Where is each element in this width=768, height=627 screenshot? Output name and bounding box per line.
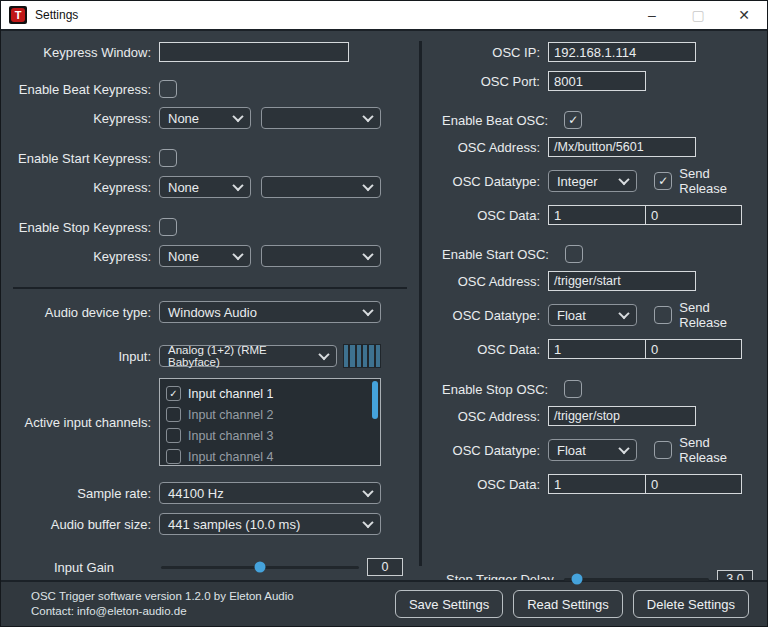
start-send-release-label: Send Release <box>679 300 753 330</box>
start-osc-data-row: OSC Data: 1 0 <box>428 339 753 359</box>
beat-keypress-select-row: Keypress: None <box>17 107 403 129</box>
enable-beat-osc-row: Enable Beat OSC: <box>428 111 753 129</box>
enable-start-osc-checkbox[interactable] <box>565 245 583 263</box>
enable-beat-keypress-checkbox[interactable] <box>159 80 177 98</box>
save-settings-button[interactable]: Save Settings <box>395 590 503 618</box>
enable-beat-keypress-row: Enable Beat Keypress: <box>17 80 403 98</box>
read-settings-button[interactable]: Read Settings <box>513 590 623 618</box>
stop-trigger-delay-slider-handle[interactable] <box>571 574 582 585</box>
keypress-window-label: Keypress Window: <box>17 45 151 60</box>
stop-send-release-checkbox[interactable] <box>654 441 672 459</box>
osc-address-label: OSC Address: <box>428 140 540 155</box>
stop-key-value: None <box>168 249 199 264</box>
input-device-select[interactable]: Analog (1+2) (RME Babyface) <box>159 345 337 367</box>
input-level-meter <box>343 344 381 368</box>
audio-device-label: Audio device type: <box>17 305 151 320</box>
enable-start-keypress-checkbox[interactable] <box>159 149 177 167</box>
start-osc-address-input[interactable]: /trigger/start <box>548 271 696 291</box>
enable-stop-keypress-checkbox[interactable] <box>159 218 177 236</box>
osc-port-label: OSC Port: <box>428 74 540 89</box>
close-icon[interactable]: ✕ <box>721 1 767 29</box>
sample-rate-select[interactable]: 44100 Hz <box>159 482 381 504</box>
enable-stop-osc-checkbox[interactable] <box>564 380 582 398</box>
stop-osc-datatype-select[interactable]: Float <box>548 439 637 461</box>
beat-key-select[interactable]: None <box>159 107 251 129</box>
app-icon: T <box>9 6 27 24</box>
osc-port-input[interactable]: 8001 <box>548 71 646 91</box>
list-item[interactable]: Input channel 1 <box>166 383 380 404</box>
channel-3-checkbox[interactable] <box>166 428 181 443</box>
footer-info: OSC Trigger software version 1.2.0 by El… <box>31 589 294 619</box>
footer: OSC Trigger software version 1.2.0 by El… <box>1 580 767 626</box>
beat-send-release-checkbox[interactable] <box>654 172 672 190</box>
channel-4-checkbox[interactable] <box>166 449 181 464</box>
osc-panel: OSC IP: 192.168.1.114 OSC Port: 8001 Ena… <box>422 31 767 580</box>
stop-osc-data-off-input[interactable]: 0 <box>645 474 742 494</box>
sample-rate-label: Sample rate: <box>17 486 151 501</box>
start-osc-data-off-input[interactable]: 0 <box>645 339 742 359</box>
osc-datatype-label: OSC Datatype: <box>428 443 540 458</box>
delete-settings-button[interactable]: Delete Settings <box>633 590 749 618</box>
list-item[interactable]: Input channel 2 <box>166 404 380 425</box>
keypress-window-input[interactable] <box>159 42 349 62</box>
enable-beat-osc-checkbox[interactable] <box>564 111 582 129</box>
enable-stop-osc-label: Enable Stop OSC: <box>442 382 548 397</box>
start-send-release-checkbox[interactable] <box>654 306 672 324</box>
input-gain-value[interactable]: 0 <box>367 558 403 576</box>
osc-ip-row: OSC IP: 192.168.1.114 <box>428 42 753 62</box>
beat-osc-datatype-row: OSC Datatype: Integer Send Release <box>428 166 753 196</box>
keypress-label: Keypress: <box>17 249 151 264</box>
audio-device-select[interactable]: Windows Audio <box>159 301 381 323</box>
stop-send-release-label: Send Release <box>679 435 753 465</box>
stop-trigger-delay-slider[interactable] <box>564 578 709 581</box>
chevron-down-icon <box>232 249 243 260</box>
stop-keypress-select-row: Keypress: None <box>17 245 403 267</box>
beat-osc-address-input[interactable]: /Mx/button/5601 <box>548 137 696 157</box>
start-modifier-select[interactable] <box>261 176 381 198</box>
channel-3-label: Input channel 3 <box>188 429 274 443</box>
beat-osc-data-on-input[interactable]: 1 <box>548 205 646 225</box>
beat-osc-datatype-select[interactable]: Integer <box>548 170 637 192</box>
stop-osc-address-row: OSC Address: /trigger/stop <box>428 406 753 426</box>
chevron-down-icon <box>232 111 243 122</box>
beat-send-release-label: Send Release <box>679 166 753 196</box>
stop-osc-address-input[interactable]: /trigger/stop <box>548 406 696 426</box>
channel-4-label: Input channel 4 <box>188 450 274 464</box>
enable-start-keypress-row: Enable Start Keypress: <box>17 149 403 167</box>
app-icon-letter: T <box>11 8 25 22</box>
enable-beat-keypress-label: Enable Beat Keypress: <box>17 82 151 97</box>
start-osc-data-on-input[interactable]: 1 <box>548 339 646 359</box>
osc-data-label: OSC Data: <box>428 208 540 223</box>
buffer-size-select[interactable]: 441 samples (10.0 ms) <box>159 513 381 535</box>
chevron-down-icon <box>362 517 373 528</box>
input-gain-slider-handle[interactable] <box>255 562 266 573</box>
chevron-down-icon <box>619 308 630 319</box>
minimize-icon[interactable]: – <box>629 1 675 29</box>
list-item[interactable]: Input channel 3 <box>166 425 380 446</box>
osc-ip-input[interactable]: 192.168.1.114 <box>548 42 696 62</box>
channel-2-checkbox[interactable] <box>166 407 181 422</box>
keypress-label: Keypress: <box>17 111 151 126</box>
input-gain-slider[interactable] <box>161 566 359 569</box>
start-osc-datatype-select[interactable]: Float <box>548 304 637 326</box>
chevron-down-icon <box>362 111 373 122</box>
active-channels-list[interactable]: Input channel 1 Input channel 2 Input ch… <box>159 378 381 466</box>
beat-osc-data-off-input[interactable]: 0 <box>645 205 742 225</box>
stop-modifier-select[interactable] <box>261 245 381 267</box>
input-device-value: Analog (1+2) (RME Babyface) <box>168 344 320 368</box>
osc-datatype-label: OSC Datatype: <box>428 174 540 189</box>
stop-osc-data-row: OSC Data: 1 0 <box>428 474 753 494</box>
enable-stop-keypress-label: Enable Stop Keypress: <box>17 220 151 235</box>
beat-modifier-select[interactable] <box>261 107 381 129</box>
channel-1-checkbox[interactable] <box>166 386 181 401</box>
beat-key-value: None <box>168 111 199 126</box>
scrollbar[interactable] <box>372 381 378 419</box>
settings-window: T Settings – ▢ ✕ Keypress Window: Enable… <box>0 0 768 627</box>
stop-osc-data-on-input[interactable]: 1 <box>548 474 646 494</box>
start-osc-datatype-row: OSC Datatype: Float Send Release <box>428 300 753 330</box>
list-item[interactable]: Input channel 4 <box>166 446 380 466</box>
active-channels-row: Active input channels: Input channel 1 I… <box>17 378 403 466</box>
stop-key-select[interactable]: None <box>159 245 251 267</box>
input-device-row: Input: Analog (1+2) (RME Babyface) <box>17 344 403 368</box>
start-key-select[interactable]: None <box>159 176 251 198</box>
